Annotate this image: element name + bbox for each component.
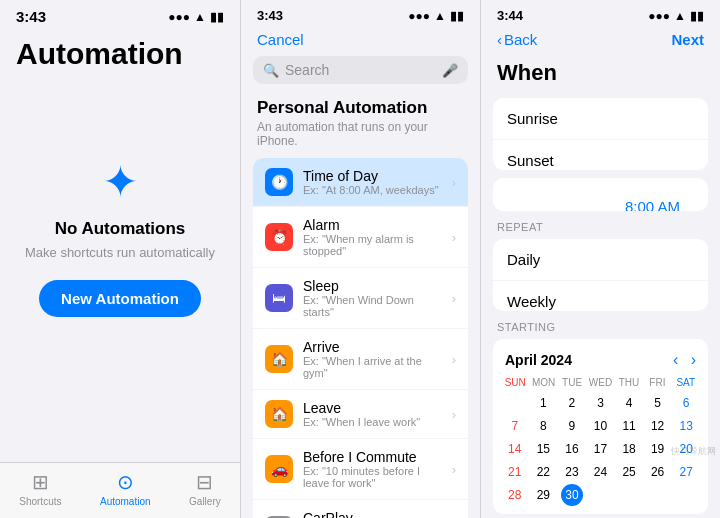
wifi-icon-3: ▲ — [674, 9, 686, 23]
status-bar-1: 3:43 ●●● ▲ ▮▮ — [0, 0, 240, 29]
day-sat: SAT — [672, 377, 700, 388]
cal-day-13[interactable]: 13 — [675, 415, 697, 437]
when-title: When — [481, 56, 720, 94]
new-automation-button[interactable]: New Automation — [39, 280, 201, 317]
cal-day-9[interactable]: 9 — [561, 415, 583, 437]
trigger-sunrise[interactable]: Sunrise — [493, 98, 708, 140]
list-item-leave[interactable]: 🏠 Leave Ex: "When I leave work" › — [253, 390, 468, 439]
cal-day-4[interactable]: 4 — [618, 392, 640, 414]
cal-day-22[interactable]: 22 — [532, 461, 554, 483]
search-input[interactable]: Search — [285, 62, 436, 78]
list-item-before-commute[interactable]: 🚗 Before I Commute Ex: "10 minutes befor… — [253, 439, 468, 500]
arrive-icon: 🏠 — [265, 345, 293, 373]
cal-day-17[interactable]: 17 — [589, 438, 611, 460]
cal-day-empty — [675, 484, 697, 506]
status-icons-2: ●●● ▲ ▮▮ — [408, 9, 464, 23]
automation-list: 🕐 Time of Day Ex: "At 8:00 AM, weekdays"… — [253, 158, 468, 518]
cal-day-5[interactable]: 5 — [647, 392, 669, 414]
cal-day-6[interactable]: 6 — [675, 392, 697, 414]
list-item-arrive[interactable]: 🏠 Arrive Ex: "When I arrive at the gym" … — [253, 329, 468, 390]
cal-day-27[interactable]: 27 — [675, 461, 697, 483]
cal-day-15[interactable]: 15 — [532, 438, 554, 460]
tab-shortcuts[interactable]: ⊞ Shortcuts — [19, 470, 61, 507]
panel3-nav: ‹ Back Next — [481, 27, 720, 56]
panel-when-settings: 3:44 ●●● ▲ ▮▮ ‹ Back Next When Sunrise S… — [480, 0, 720, 518]
cal-day-8[interactable]: 8 — [532, 415, 554, 437]
wifi-icon: ▲ — [194, 10, 206, 24]
repeat-daily[interactable]: Daily — [493, 239, 708, 281]
cancel-button[interactable]: Cancel — [257, 31, 304, 48]
day-wed: WED — [586, 377, 614, 388]
cal-day-24[interactable]: 24 — [589, 461, 611, 483]
cal-day-empty — [618, 484, 640, 506]
sunset-label: Sunset — [507, 152, 554, 169]
time-2: 3:43 — [257, 8, 283, 23]
cal-day-10[interactable]: 10 — [589, 415, 611, 437]
cal-day-25[interactable]: 25 — [618, 461, 640, 483]
commute-title: Before I Commute — [303, 449, 442, 465]
alarm-title: Alarm — [303, 217, 442, 233]
daily-label: Daily — [507, 251, 540, 268]
time-value-row[interactable]: 8:00 AM — [493, 178, 708, 210]
repeat-label: REPEAT — [481, 215, 720, 235]
signal-icon-3: ●●● — [648, 9, 670, 23]
back-button[interactable]: ‹ Back — [497, 31, 537, 48]
next-button[interactable]: Next — [671, 31, 704, 48]
commute-icon: 🚗 — [265, 455, 293, 483]
commute-sub: Ex: "10 minutes before I leave for work" — [303, 465, 442, 489]
cal-day-23[interactable]: 23 — [561, 461, 583, 483]
cal-day-21[interactable]: 21 — [504, 461, 526, 483]
day-sun: SUN — [501, 377, 529, 388]
time-of-day-sub: Ex: "At 8:00 AM, weekdays" — [303, 184, 442, 196]
time-1: 3:43 — [16, 8, 46, 25]
trigger-sunset[interactable]: Sunset — [493, 140, 708, 170]
tab-gallery[interactable]: ⊟ Gallery — [189, 470, 221, 507]
day-fri: FRI — [643, 377, 671, 388]
watermark: 快马导航网 — [671, 445, 716, 458]
cal-day-14[interactable]: 14 — [504, 438, 526, 460]
time-value[interactable]: 8:00 AM — [611, 190, 694, 210]
tab-automation[interactable]: ⊙ Automation — [100, 470, 151, 507]
cal-day-7[interactable]: 7 — [504, 415, 526, 437]
day-thu: THU — [615, 377, 643, 388]
cal-day-16[interactable]: 16 — [561, 438, 583, 460]
arrive-title: Arrive — [303, 339, 442, 355]
cal-day-3[interactable]: 3 — [589, 392, 611, 414]
cal-day-empty — [647, 484, 669, 506]
page-title: Automation — [0, 29, 240, 71]
search-bar[interactable]: 🔍 Search 🎤 — [253, 56, 468, 84]
wifi-icon-2: ▲ — [434, 9, 446, 23]
cal-day-1[interactable]: 1 — [532, 392, 554, 414]
tab-shortcuts-label: Shortcuts — [19, 496, 61, 507]
section-title: Personal Automation — [241, 92, 480, 120]
chevron-icon: › — [452, 175, 456, 190]
list-item-alarm[interactable]: ⏰ Alarm Ex: "When my alarm is stopped" › — [253, 207, 468, 268]
shortcuts-icon: ⊞ — [32, 470, 49, 494]
list-item-sleep[interactable]: 🛏 Sleep Ex: "When Wind Down starts" › — [253, 268, 468, 329]
cal-prev-button[interactable]: ‹ — [673, 351, 678, 368]
starting-label: STARTING — [481, 315, 720, 335]
cal-day-empty — [589, 484, 611, 506]
chevron-icon: › — [452, 462, 456, 477]
cal-day-11[interactable]: 11 — [618, 415, 640, 437]
cal-day-12[interactable]: 12 — [647, 415, 669, 437]
list-item-time-of-day[interactable]: 🕐 Time of Day Ex: "At 8:00 AM, weekdays"… — [253, 158, 468, 207]
cal-day-30-today[interactable]: 30 — [561, 484, 583, 506]
cal-day-19[interactable]: 19 — [647, 438, 669, 460]
back-chevron-icon: ‹ — [497, 31, 502, 48]
cal-next-button[interactable]: › — [691, 351, 696, 368]
day-mon: MON — [529, 377, 557, 388]
cal-day-28[interactable]: 28 — [504, 484, 526, 506]
calendar-days-header: SUN MON TUE WED THU FRI SAT — [501, 377, 700, 388]
repeat-weekly[interactable]: Weekly — [493, 281, 708, 311]
cal-day-2[interactable]: 2 — [561, 392, 583, 414]
arrive-sub: Ex: "When I arrive at the gym" — [303, 355, 442, 379]
cal-day-26[interactable]: 26 — [647, 461, 669, 483]
calendar: April 2024 ‹ › SUN MON TUE WED THU FRI S… — [493, 339, 708, 514]
section-subtitle: An automation that runs on your iPhone. — [241, 120, 480, 154]
cal-day-18[interactable]: 18 — [618, 438, 640, 460]
cal-day-29[interactable]: 29 — [532, 484, 554, 506]
calendar-header: April 2024 ‹ › — [501, 347, 700, 377]
time-of-day-title: Time of Day — [303, 168, 442, 184]
list-item-carplay[interactable]: C CarPlay Ex: "When CarPlay connects" › — [253, 500, 468, 518]
